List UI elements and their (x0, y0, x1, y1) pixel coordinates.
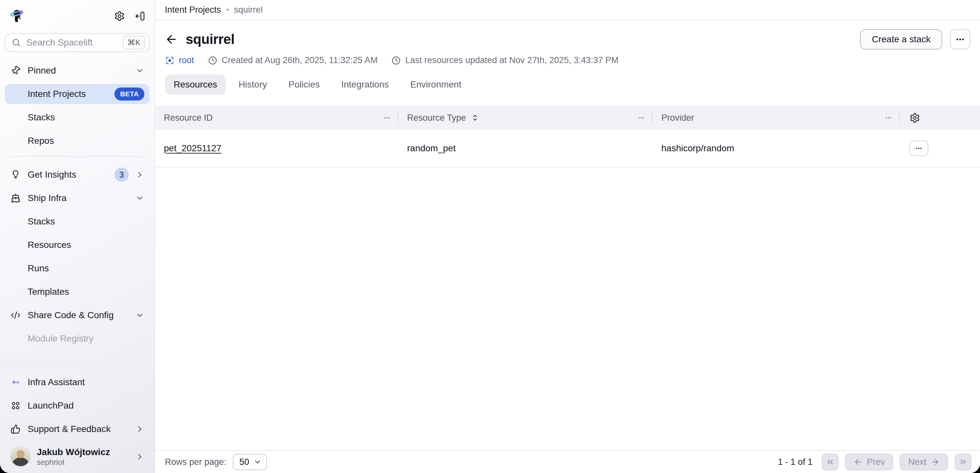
main-area: Intent Projects • squirrel squirrel Crea… (155, 0, 980, 473)
sidebar-item-get-insights[interactable]: Get Insights 3 (5, 165, 150, 185)
space-link[interactable]: root (165, 55, 194, 65)
sidebar-item-infra-assistant[interactable]: Infra Assistant (5, 372, 150, 392)
column-header-provider: Provider (652, 106, 900, 130)
meta-row: root Created at Aug 26th, 2025, 11:32:25… (165, 55, 970, 65)
clock-icon (208, 56, 218, 65)
tab-integrations[interactable]: Integrations (332, 75, 397, 95)
space-icon (165, 56, 175, 65)
user-menu[interactable]: Jakub Wójtowicz sephriot (5, 443, 150, 469)
column-menu-icon[interactable] (637, 113, 646, 122)
arrow-left-icon (854, 457, 862, 467)
chevron-right-icon (135, 452, 144, 461)
sidebar-bottom: Infra Assistant LaunchPad (0, 366, 154, 473)
page-title: squirrel (186, 32, 234, 47)
prev-page-button[interactable]: Prev (845, 454, 894, 470)
resource-type-cell: random_pet (398, 143, 652, 154)
last-updated-at: Last resources updated at Nov 27th, 2025… (391, 55, 619, 65)
chevron-down-icon (253, 458, 262, 466)
breadcrumb-separator: • (226, 6, 229, 14)
last-page-button[interactable] (955, 454, 972, 470)
first-page-button[interactable] (822, 454, 838, 470)
sidebar-item-templates[interactable]: Templates (5, 282, 150, 302)
chevrons-right-icon (959, 457, 968, 467)
sidebar-header (0, 0, 154, 27)
sidebar: ⌘K Pinned Intent Projects (0, 0, 155, 473)
next-page-button[interactable]: Next (900, 454, 948, 470)
sort-icon[interactable] (471, 113, 479, 122)
sidebar-item-pinned-stacks[interactable]: Stacks (5, 107, 150, 127)
rows-per-page-select[interactable]: 50 (233, 454, 267, 470)
resource-id-link[interactable]: pet_20251127 (164, 143, 221, 153)
collapse-sidebar-icon[interactable] (135, 11, 145, 21)
search-shortcut-badge: ⌘K (123, 36, 145, 49)
pin-icon (10, 66, 21, 75)
section-label: Pinned (28, 65, 129, 76)
search-input[interactable] (26, 37, 118, 48)
launchpad-grid-icon (10, 401, 21, 411)
tab-resources[interactable]: Resources (165, 75, 226, 95)
breadcrumb-current: squirrel (234, 5, 263, 15)
chevron-right-icon (135, 425, 144, 434)
settings-gear-icon[interactable] (114, 11, 125, 21)
sparkles-icon (10, 377, 21, 387)
sidebar-divider (10, 156, 145, 157)
sidebar-section-ship-infra[interactable]: Ship Infra (5, 188, 150, 208)
sidebar-section-pinned[interactable]: Pinned (5, 61, 150, 81)
spacelift-logo[interactable] (8, 8, 25, 24)
create-stack-button[interactable]: Create a stack (860, 29, 942, 49)
sidebar-nav: Pinned Intent Projects BETA Stacks Repos (0, 55, 154, 366)
sidebar-item-module-registry[interactable]: Module Registry (5, 328, 150, 349)
ship-icon (10, 193, 21, 203)
avatar (10, 446, 31, 467)
tab-environment[interactable]: Environment (402, 75, 470, 95)
search-icon (11, 38, 21, 48)
arrow-right-icon (931, 457, 940, 467)
column-menu-icon[interactable] (884, 113, 892, 122)
sidebar-item-intent-projects[interactable]: Intent Projects BETA (5, 84, 150, 104)
clock-icon (391, 56, 401, 65)
chevron-right-icon (135, 170, 144, 179)
chevron-down-icon (135, 66, 144, 75)
back-arrow-button[interactable] (165, 33, 178, 46)
tab-history[interactable]: History (230, 75, 276, 95)
user-name: Jakub Wójtowicz (37, 447, 129, 458)
empty-space (155, 167, 980, 450)
insights-count-badge: 3 (115, 167, 129, 182)
pagination-footer: Rows per page: 50 1 - 1 of 1 (155, 450, 980, 473)
code-icon (10, 311, 21, 320)
sidebar-item-support-feedback[interactable]: Support & Feedback (5, 419, 150, 439)
breadcrumb-parent[interactable]: Intent Projects (165, 5, 221, 15)
chevron-down-icon (135, 311, 144, 320)
sidebar-item-resources[interactable]: Resources (5, 235, 150, 255)
tab-policies[interactable]: Policies (280, 75, 328, 95)
created-at: Created at Aug 26th, 2025, 11:32:25 AM (208, 55, 378, 65)
beta-badge: BETA (115, 88, 144, 100)
table-header: Resource ID Resource Type (155, 106, 980, 130)
table-settings-gear-icon[interactable] (910, 113, 920, 123)
column-menu-icon[interactable] (383, 113, 391, 122)
chevron-down-icon (135, 194, 144, 203)
page-kebab-menu-button[interactable] (950, 29, 970, 49)
app-window: ⌘K Pinned Intent Projects (0, 0, 980, 473)
thumbs-up-icon (10, 424, 21, 434)
sidebar-item-runs[interactable]: Runs (5, 258, 150, 279)
sidebar-item-launchpad[interactable]: LaunchPad (5, 396, 150, 416)
sidebar-item-pinned-repos[interactable]: Repos (5, 131, 150, 151)
tab-bar: Resources History Policies Integrations … (165, 75, 970, 95)
sidebar-section-share-code[interactable]: Share Code & Config (5, 305, 150, 325)
page-header: squirrel Create a stack (155, 20, 980, 95)
search-box: ⌘K (5, 33, 150, 52)
lightbulb-icon (10, 170, 21, 180)
user-handle: sephriot (37, 458, 129, 467)
chevrons-left-icon (826, 457, 835, 467)
rows-per-page-label: Rows per page: (165, 457, 226, 467)
page-content: squirrel Create a stack (155, 20, 980, 473)
breadcrumb: Intent Projects • squirrel (155, 0, 980, 20)
column-header-resource-type: Resource Type (398, 106, 652, 130)
table-row: pet_20251127 random_pet hashicorp/random (155, 130, 980, 167)
column-header-settings (900, 106, 980, 130)
provider-cell: hashicorp/random (652, 143, 900, 154)
pagination-range: 1 - 1 of 1 (778, 457, 813, 467)
sidebar-item-stacks[interactable]: Stacks (5, 212, 150, 232)
row-kebab-menu-button[interactable] (910, 140, 928, 156)
